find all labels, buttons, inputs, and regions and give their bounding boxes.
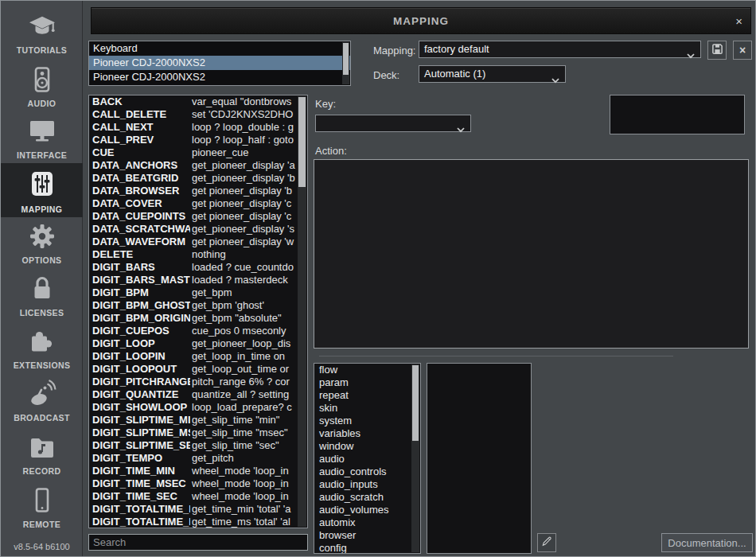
binding-row[interactable]: DIGIT_PITCHRANGEpitch_range 6% ? cor bbox=[89, 376, 307, 388]
category-item[interactable]: param bbox=[314, 376, 420, 389]
binding-row[interactable]: DIGIT_BPM_GHOSTget_bpm 'ghost' bbox=[89, 299, 307, 312]
close-icon[interactable]: × bbox=[735, 14, 742, 29]
key-preview-box bbox=[610, 95, 745, 134]
category-item[interactable]: automix bbox=[314, 516, 420, 529]
scrollbar-thumb[interactable] bbox=[412, 365, 419, 441]
category-item[interactable]: flow bbox=[314, 364, 420, 376]
binding-action: quantize_all ? setting bbox=[190, 388, 307, 401]
category-item[interactable]: audio_inputs bbox=[314, 478, 420, 491]
category-item[interactable]: browser bbox=[314, 529, 420, 542]
action-category-list: flowparamrepeatskinsystemvariableswindow… bbox=[314, 363, 421, 554]
binding-key: DIGIT_TIME_MSEC bbox=[89, 477, 190, 490]
binding-row[interactable]: DIGIT_TIME_MSECwheel_mode 'loop_in bbox=[89, 477, 307, 490]
binding-row[interactable]: DIGIT_BPM_ORIGINALget_bpm "absolute" bbox=[89, 312, 307, 325]
sidebar-item-interface[interactable]: INTERFACE bbox=[1, 112, 83, 163]
binding-row[interactable]: DATA_CUEPOINTSget pioneer_display 'c bbox=[89, 210, 307, 223]
sidebar-item-extensions[interactable]: EXTENSIONS bbox=[1, 322, 83, 373]
deck-select[interactable]: Automatic (1) bbox=[419, 65, 566, 83]
mapping-select[interactable]: factory default bbox=[419, 41, 701, 58]
sidebar-item-record[interactable]: RECORD bbox=[1, 428, 83, 479]
binding-key: CALL_PREV bbox=[89, 134, 190, 146]
binding-key: DIGIT_BPM bbox=[89, 286, 190, 299]
binding-list-scrollbar[interactable] bbox=[298, 96, 306, 527]
binding-row[interactable]: DIGIT_TOTALTIME_Mget_time_min 'total' 'a bbox=[89, 503, 307, 516]
mapping-label: Mapping: bbox=[373, 45, 415, 56]
edit-action-button[interactable] bbox=[537, 533, 556, 552]
binding-row[interactable]: DATA_BROWSERget pioneer_display 'b bbox=[89, 185, 307, 197]
binding-row[interactable]: DIGIT_BPMget_bpm bbox=[89, 286, 307, 299]
binding-row[interactable]: DIGIT_QUANTIZEquantize_all ? setting bbox=[89, 388, 307, 401]
binding-action: get_pitch bbox=[190, 452, 307, 465]
binding-row[interactable]: CUEpioneer_cue bbox=[89, 146, 307, 159]
binding-row[interactable]: BACKvar_equal "dontbrows bbox=[89, 95, 307, 108]
search-input[interactable] bbox=[88, 534, 308, 551]
binding-row[interactable]: DATA_SCRATCHWAVget_pioneer_display 's bbox=[89, 223, 307, 236]
binding-row[interactable]: DIGIT_TIME_MINwheel_mode 'loop_in bbox=[89, 465, 307, 477]
binding-row[interactable]: DATA_COVERget pioneer_display 'c bbox=[89, 197, 307, 210]
gear-icon bbox=[1, 217, 83, 255]
device-item[interactable]: Keyboard bbox=[89, 41, 350, 56]
binding-action: get pioneer_display 'w bbox=[190, 236, 307, 248]
documentation-button[interactable]: Documentation... bbox=[661, 533, 753, 552]
sidebar-item-label: BROADCAST bbox=[14, 413, 70, 426]
binding-row[interactable]: DIGIT_TIME_SECwheel_mode 'loop_in bbox=[89, 490, 307, 503]
scrollbar-thumb[interactable] bbox=[343, 43, 349, 75]
binding-row[interactable]: DIGIT_CUEPOScue_pos 0 mseconly bbox=[89, 325, 307, 337]
key-select[interactable] bbox=[315, 115, 471, 132]
binding-action: get_loop_out_time or bbox=[190, 363, 307, 376]
device-item[interactable]: Pioneer CDJ-2000NXS2 bbox=[89, 56, 350, 70]
binding-key: DATA_SCRATCHWAV bbox=[89, 223, 190, 236]
binding-row[interactable]: DIGIT_LOOPget_pioneer_loop_dis bbox=[89, 337, 307, 350]
binding-action: loaded ? masterdeck bbox=[190, 274, 307, 286]
binding-row[interactable]: DIGIT_BARSloaded ? cue_countdo bbox=[89, 261, 307, 274]
category-item[interactable]: variables bbox=[314, 427, 420, 440]
binding-row[interactable]: DIGIT_SLIPTIME_MINget_slip_time "min" bbox=[89, 414, 307, 427]
device-list-scrollbar[interactable] bbox=[342, 42, 349, 84]
binding-row[interactable]: CALL_DELETEset 'CDJ2KNXS2DHO bbox=[89, 108, 307, 121]
binding-row[interactable]: DIGIT_TEMPOget_pitch bbox=[89, 452, 307, 465]
binding-row[interactable]: DATA_WAVEFORMget pioneer_display 'w bbox=[89, 236, 307, 248]
action-editor[interactable] bbox=[314, 159, 749, 349]
binding-row[interactable]: DIGIT_TOTALTIME_Mget_time_ms 'total' 'al bbox=[89, 516, 307, 528]
binding-key: DIGIT_CUEPOS bbox=[89, 325, 190, 337]
save-mapping-button[interactable] bbox=[707, 41, 727, 60]
binding-row[interactable]: DELETEnothing bbox=[89, 248, 307, 261]
binding-row[interactable]: CALL_PREVloop ? loop_half : goto bbox=[89, 134, 307, 146]
scrollbar-thumb[interactable] bbox=[298, 97, 306, 187]
sidebar-item-remote[interactable]: REMOTE bbox=[1, 481, 83, 532]
category-item[interactable]: audio_volumes bbox=[314, 504, 420, 516]
sidebar-item-broadcast[interactable]: BROADCAST bbox=[1, 375, 83, 426]
binding-row[interactable]: CALL_NEXTloop ? loop_double : g bbox=[89, 121, 307, 134]
sidebar-item-licenses[interactable]: LICENSES bbox=[1, 270, 83, 321]
category-item[interactable]: config bbox=[314, 542, 420, 554]
delete-mapping-button[interactable]: × bbox=[733, 41, 752, 60]
binding-row[interactable]: DIGIT_BARS_MASTERloaded ? masterdeck bbox=[89, 274, 307, 286]
category-item[interactable]: skin bbox=[314, 402, 420, 415]
sidebar-item-audio[interactable]: AUDIO bbox=[1, 60, 83, 111]
binding-key: CUE bbox=[89, 146, 190, 159]
binding-row[interactable]: DATA_ANCHORSget_pioneer_display 'a bbox=[89, 159, 307, 172]
binding-row[interactable]: DIGIT_LOOPOUTget_loop_out_time or bbox=[89, 363, 307, 376]
category-item[interactable]: audio_scratch bbox=[314, 491, 420, 504]
device-item[interactable]: Pioneer CDJ-2000NXS2 bbox=[89, 70, 350, 84]
category-item[interactable]: audio bbox=[314, 453, 420, 465]
binding-key: DIGIT_QUANTIZE bbox=[89, 388, 190, 401]
category-item[interactable]: audio_controls bbox=[314, 465, 420, 478]
sidebar-item-tutorials[interactable]: TUTORIALS bbox=[1, 7, 83, 58]
category-item[interactable]: system bbox=[314, 415, 420, 427]
binding-row[interactable]: DIGIT_SLIPTIME_SECget_slip_time "sec" bbox=[89, 439, 307, 452]
binding-row[interactable]: DIGIT_LOOPINget_loop_in_time on bbox=[89, 350, 307, 363]
category-item[interactable]: repeat bbox=[314, 389, 420, 402]
key-label: Key: bbox=[315, 98, 336, 110]
sidebar-item-options[interactable]: OPTIONS bbox=[1, 217, 83, 268]
binding-action: cue_pos 0 mseconly bbox=[190, 325, 307, 337]
sidebar-item-label: LICENSES bbox=[20, 308, 64, 321]
binding-row[interactable]: DIGIT_SLIPTIME_MSEget_slip_time "msec" bbox=[89, 427, 307, 439]
binding-row[interactable]: DATA_BEATGRIDget_pioneer_display 'b bbox=[89, 172, 307, 185]
sidebar-item-mapping[interactable]: MAPPING bbox=[1, 163, 83, 217]
category-list-scrollbar[interactable] bbox=[411, 364, 419, 552]
binding-row[interactable]: DIGIT_SHOWLOOPloop_load_prepare? c bbox=[89, 401, 307, 414]
puzzle-piece-icon bbox=[1, 322, 83, 360]
binding-action: get_pioneer_display 'b bbox=[190, 172, 307, 185]
category-item[interactable]: window bbox=[314, 440, 420, 453]
